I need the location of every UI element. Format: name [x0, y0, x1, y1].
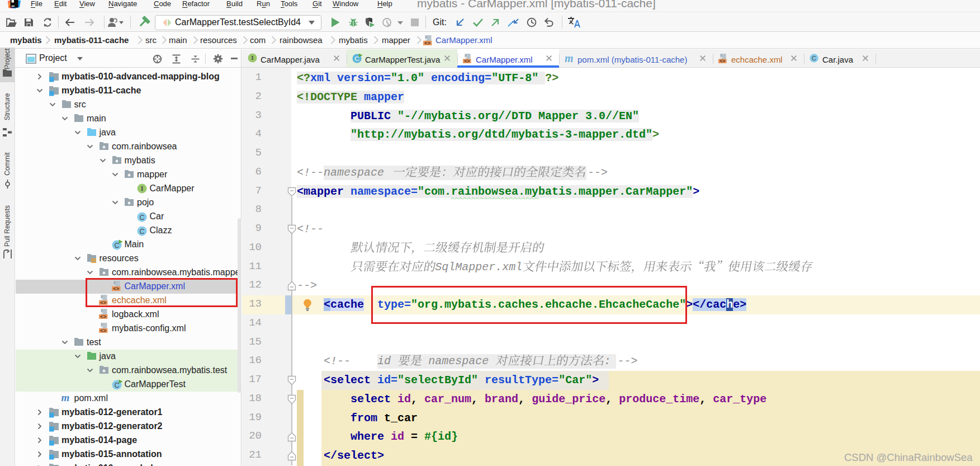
svg-text:I: I	[251, 54, 254, 61]
svg-text:<>: <>	[100, 328, 106, 333]
svg-text:C: C	[139, 214, 144, 222]
svg-text:<>: <>	[100, 314, 106, 319]
svg-text:C: C	[139, 228, 144, 236]
svg-text:<>: <>	[464, 59, 470, 63]
svg-text:I: I	[140, 185, 143, 192]
svg-text:<>: <>	[719, 59, 725, 63]
svg-text:C: C	[114, 242, 119, 250]
svg-text:C: C	[114, 382, 119, 389]
svg-text:<>: <>	[424, 41, 430, 45]
svg-text:C: C	[812, 55, 816, 62]
